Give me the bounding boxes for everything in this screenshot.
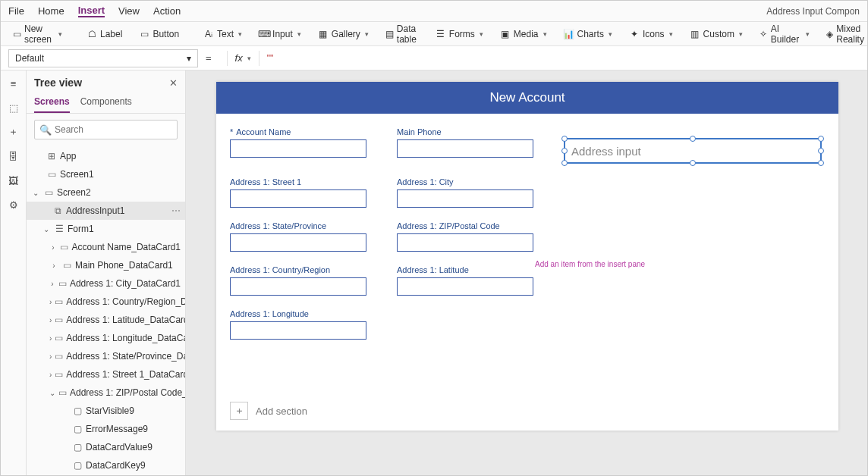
tree: ⊞App ▭Screen1 ⌄▭Screen2 ⧉AddressInput1⋯ … xyxy=(27,146,185,475)
fx-label[interactable]: fx xyxy=(235,52,243,64)
text-icon: Aᵢ xyxy=(203,29,214,39)
field-main-phone[interactable]: Main Phone xyxy=(397,127,549,164)
mr-menu[interactable]: ◈Mixed Reality▾ xyxy=(820,20,868,48)
field-zip[interactable]: Address 1: ZIP/Postal Code xyxy=(397,221,549,252)
card-icon: ▭ xyxy=(55,296,63,307)
custom-menu[interactable]: ▥Custom▾ xyxy=(684,26,749,42)
tree-datacard[interactable]: ›▭Address 1: State/Province_DataCard1 xyxy=(27,347,185,365)
media-icon: ▣ xyxy=(500,29,511,39)
field-lat[interactable]: Address 1: Latitude xyxy=(397,265,549,296)
plus-icon[interactable]: ＋ xyxy=(7,125,20,139)
tree-datacard[interactable]: ›▭Address 1: Country/Region_DataCard xyxy=(27,293,185,311)
equals: = xyxy=(206,52,212,64)
tree-datacard[interactable]: ›▭Address 1: Longitude_DataCard1 xyxy=(27,329,185,347)
close-icon[interactable]: ✕ xyxy=(169,77,178,89)
tree-screen2[interactable]: ⌄▭Screen2 xyxy=(27,183,185,202)
datatable-button[interactable]: ▤Data table xyxy=(379,20,425,48)
data-icon[interactable]: 🗄 xyxy=(7,149,20,163)
tree-icon[interactable]: ⬚ xyxy=(7,101,20,114)
tree-datacard[interactable]: ›▭Address 1: Street 1_DataCard1 xyxy=(27,365,185,384)
tree-form1[interactable]: ⌄☰Form1 xyxy=(27,220,185,238)
chart-icon: 📊 xyxy=(564,29,574,39)
component-icon: ⧉ xyxy=(52,205,63,216)
address-input-component[interactable]: Address input xyxy=(564,138,822,164)
field-street[interactable]: Address 1: Street 1 xyxy=(230,177,382,208)
menu-insert[interactable]: Insert xyxy=(78,5,105,17)
menu-view[interactable]: View xyxy=(118,5,140,17)
field-country[interactable]: Address 1: Country/Region xyxy=(230,265,382,296)
media-rail-icon[interactable]: 🖼 xyxy=(7,174,20,187)
field-state[interactable]: Address 1: State/Province xyxy=(230,221,382,252)
form-icon: ☰ xyxy=(436,29,446,39)
tree-datacard[interactable]: ›▭Account Name_DataCard1 xyxy=(27,238,185,256)
hamburger-icon[interactable]: ≡ xyxy=(7,77,20,90)
more-icon[interactable]: ⋯ xyxy=(171,205,181,216)
mr-icon: ◈ xyxy=(826,29,833,39)
label-icon: ☖ xyxy=(86,29,97,39)
ribbon: ▭New screen▾ ☖Label ▭Button AᵢText▾ ⌨Inp… xyxy=(1,22,867,46)
tree-card-child[interactable]: ▢DataCardValue9 xyxy=(27,438,185,456)
control-icon: ▢ xyxy=(72,460,83,471)
ai-menu[interactable]: ✧AI Builder▾ xyxy=(753,20,816,48)
tree-datacard[interactable]: ›▭Address 1: City_DataCard1 xyxy=(27,274,185,293)
menu-home[interactable]: Home xyxy=(38,5,64,17)
field-account-name[interactable]: *Account Name xyxy=(230,127,382,164)
tree-datacard[interactable]: ⌄▭Address 1: ZIP/Postal Code_DataCard xyxy=(27,384,185,402)
table-icon: ▤ xyxy=(385,29,394,39)
form-icon: ☰ xyxy=(54,224,64,234)
tree-card-child[interactable]: ▢DataCardKey9 xyxy=(27,456,185,474)
custom-icon: ▥ xyxy=(690,29,700,39)
tree-datacard[interactable]: ›▭Address 1: Latitude_DataCard1 xyxy=(27,311,185,329)
icons-icon: ✦ xyxy=(629,29,640,39)
settings-icon[interactable]: ⚙ xyxy=(7,198,20,211)
tree-addressinput1[interactable]: ⧉AddressInput1⋯ xyxy=(27,202,185,220)
control-icon: ▢ xyxy=(72,406,83,416)
charts-menu[interactable]: 📊Charts▾ xyxy=(558,26,618,42)
card-icon: ▭ xyxy=(55,351,63,362)
screen-icon: ▭ xyxy=(13,29,21,39)
add-section[interactable]: ＋ Add section xyxy=(230,402,307,420)
formula-value[interactable]: "" xyxy=(267,53,274,64)
text-menu[interactable]: AᵢText▾ xyxy=(197,26,248,42)
property-select[interactable]: Default▾ xyxy=(8,49,198,67)
field-lon[interactable]: Address 1: Longitude xyxy=(230,309,382,340)
menubar: File Home Insert View Action Address Inp… xyxy=(1,1,867,22)
gallery-icon: ▦ xyxy=(318,29,329,39)
tree-search[interactable]: 🔍 xyxy=(34,120,178,139)
ai-icon: ✧ xyxy=(760,29,768,39)
screen-icon: ▭ xyxy=(43,187,54,198)
button-button[interactable]: ▭Button xyxy=(133,26,185,42)
tab-screens[interactable]: Screens xyxy=(34,92,70,113)
input-icon: ⌨ xyxy=(259,29,269,39)
tree-view-pane: Tree view ✕ Screens Components 🔍 ⊞App ▭S… xyxy=(27,70,186,475)
label-button[interactable]: ☖Label xyxy=(80,26,128,42)
card-icon: ▭ xyxy=(55,369,63,380)
card-icon: ▭ xyxy=(60,242,69,252)
search-input[interactable] xyxy=(55,124,172,135)
search-icon: 🔍 xyxy=(39,124,52,136)
field-city[interactable]: Address 1: City xyxy=(397,177,549,208)
tree-card-child[interactable]: ▢ErrorMessage9 xyxy=(27,420,185,438)
card-icon: ▭ xyxy=(58,278,67,289)
forms-menu[interactable]: ☰Forms▾ xyxy=(429,26,489,42)
property-bar: Default▾ = fx▾ "" xyxy=(1,46,867,70)
media-menu[interactable]: ▣Media▾ xyxy=(494,26,553,42)
gallery-menu[interactable]: ▦Gallery▾ xyxy=(312,26,375,42)
tree-datacard[interactable]: ›▭Main Phone_DataCard1 xyxy=(27,256,185,274)
icons-menu[interactable]: ✦Icons▾ xyxy=(623,26,679,42)
tree-card-child[interactable]: ▢StarVisible9 xyxy=(27,402,185,420)
app-screen[interactable]: New Account *Account Name Main Phone Add… xyxy=(216,82,838,431)
screen-icon: ▭ xyxy=(46,169,57,180)
input-menu[interactable]: ⌨Input▾ xyxy=(253,26,307,42)
new-screen-button[interactable]: ▭New screen▾ xyxy=(7,20,68,48)
tree-canvas1[interactable]: ⌄?Canvas1 xyxy=(27,474,185,475)
control-icon: ▢ xyxy=(72,424,83,434)
tree-title: Tree view xyxy=(34,77,82,89)
canvas[interactable]: New Account *Account Name Main Phone Add… xyxy=(186,70,867,475)
tree-app[interactable]: ⊞App xyxy=(27,147,185,165)
tree-screen1[interactable]: ▭Screen1 xyxy=(27,165,185,183)
card-icon: ▭ xyxy=(58,387,67,398)
menu-file[interactable]: File xyxy=(8,5,24,17)
tab-components[interactable]: Components xyxy=(80,92,132,113)
menu-action[interactable]: Action xyxy=(153,5,181,17)
